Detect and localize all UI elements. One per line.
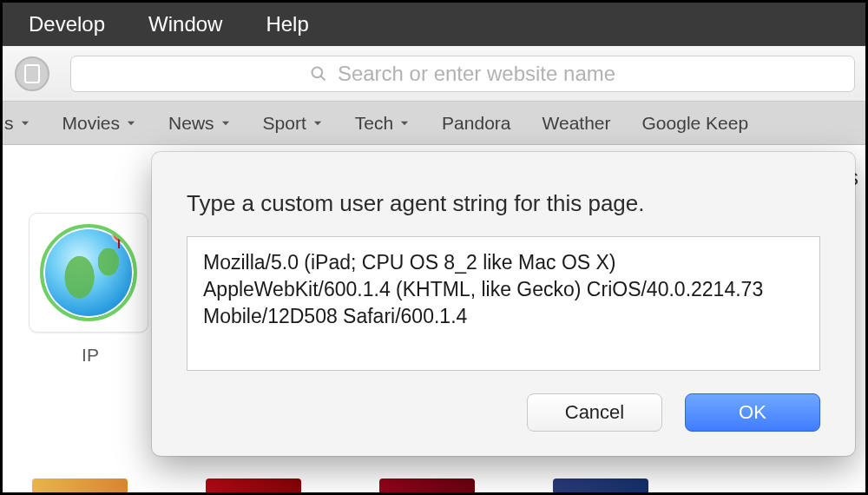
bookmark-label: Tech: [355, 113, 393, 134]
chevron-down-icon: [312, 117, 324, 129]
menu-bar: Develop Window Help: [3, 3, 865, 46]
chevron-down-icon: [398, 117, 411, 129]
bookmark-label: Google Keep: [642, 113, 749, 134]
bookmark-item-weather[interactable]: Weather: [542, 113, 611, 134]
bookmark-item-tech[interactable]: Tech: [355, 113, 411, 134]
bookmark-label: Movies: [62, 113, 121, 134]
menu-develop[interactable]: Develop: [29, 12, 105, 36]
map-pin-icon: [108, 224, 130, 247]
bookmark-item-news[interactable]: News: [168, 113, 232, 134]
tile-fragment: [379, 478, 475, 492]
svg-point-0: [312, 67, 322, 77]
bookmark-label: News: [168, 113, 214, 134]
tile-fragment: [206, 478, 301, 492]
toolbar: Search or enter website name: [3, 46, 865, 102]
bookmark-item-google-keep[interactable]: Google Keep: [642, 113, 749, 134]
app-frame: Develop Window Help Search or enter webs…: [0, 0, 868, 495]
bookmarks-bar: s Movies News Sport Tech Pandora Weather: [3, 102, 865, 145]
bookmark-item-pandora[interactable]: Pandora: [442, 113, 510, 134]
address-bar[interactable]: Search or enter website name: [70, 56, 855, 92]
tile-label: IP: [29, 345, 152, 366]
bookmark-label: Weather: [542, 113, 611, 134]
chevron-down-icon: [125, 117, 137, 129]
bookmark-label: Sport: [263, 113, 306, 134]
tile-fragment: [553, 478, 648, 492]
ok-button[interactable]: OK: [685, 393, 820, 432]
adblock-icon[interactable]: [15, 56, 49, 91]
user-agent-dialog: Type a custom user agent string for this…: [152, 152, 855, 456]
cancel-button[interactable]: Cancel: [527, 393, 662, 432]
bookmark-item-cut-left[interactable]: s: [4, 113, 31, 134]
user-agent-input[interactable]: [187, 236, 820, 371]
search-icon: [310, 65, 327, 82]
menu-window[interactable]: Window: [148, 12, 222, 36]
address-placeholder: Search or enter website name: [338, 62, 615, 86]
bookmark-label: Pandora: [442, 113, 510, 134]
topsite-tile-ip[interactable]: IP: [29, 213, 152, 366]
tile-fragment: [32, 478, 128, 492]
chevron-down-icon: [19, 117, 31, 129]
bookmark-item-sport[interactable]: Sport: [263, 113, 324, 134]
tile-thumbnail: [29, 213, 148, 333]
chevron-down-icon: [220, 117, 232, 129]
svg-line-1: [320, 76, 325, 80]
dialog-button-row: Cancel OK: [187, 393, 820, 432]
menu-help[interactable]: Help: [266, 12, 308, 36]
bookmark-label: s: [4, 113, 14, 134]
bookmark-item-movies[interactable]: Movies: [62, 113, 138, 134]
globe-icon: [40, 224, 137, 321]
dialog-title: Type a custom user agent string for this…: [187, 190, 820, 217]
bottom-tile-strip: [3, 466, 865, 492]
